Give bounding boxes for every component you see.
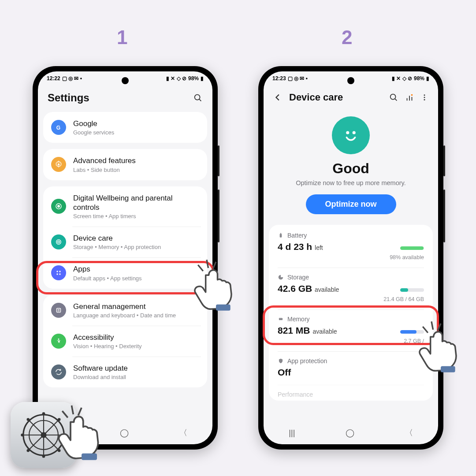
- google-icon: G: [51, 120, 66, 135]
- back-icon[interactable]: [273, 93, 283, 102]
- screen-2: 12:23 ▢ ◎ ✉ • ▮ ✕ ◇ ⊘ 98%▮ Device care G…: [264, 71, 438, 444]
- nav-back[interactable]: 〈: [179, 428, 187, 438]
- svg-line-17: [395, 99, 397, 100]
- phone-frame-1: 12:22 ▢ ◎ ✉ • ▮ ✕ ◇ ⊘ 98%▮ Settings G Go…: [33, 66, 218, 450]
- unit: available: [312, 328, 337, 335]
- settings-row-advanced[interactable]: Advanced features Labs • Side button: [43, 149, 207, 180]
- value: 42.6 GB: [278, 283, 312, 294]
- label: Storage: [287, 274, 309, 281]
- svg-point-51: [27, 418, 30, 421]
- nav-back[interactable]: 〈: [405, 428, 413, 438]
- smiley-icon: [332, 116, 370, 154]
- update-icon: [51, 364, 66, 379]
- settings-row-general[interactable]: General management Language and keyboard…: [43, 295, 207, 326]
- row-title: General management: [73, 302, 199, 311]
- search-icon[interactable]: [389, 93, 398, 102]
- row-sub: Labs • Side button: [73, 167, 199, 173]
- row-sub: Google services: [73, 129, 199, 136]
- storage-icon: [278, 274, 284, 280]
- row-sub: Vision • Hearing • Dexterity: [73, 343, 199, 350]
- svg-point-21: [411, 94, 413, 96]
- svg-point-53: [27, 449, 30, 452]
- memory-icon: [278, 316, 284, 322]
- hero-section: Good Optimize now to free up more memory…: [264, 111, 438, 225]
- row-title: Google: [73, 119, 199, 128]
- row-title: Advanced features: [73, 156, 199, 165]
- nav-bar: ||| ◯ 〈: [264, 425, 438, 441]
- apps-icon: [51, 265, 66, 280]
- svg-point-16: [390, 94, 396, 100]
- devicecare-performance[interactable]: Performance: [269, 385, 433, 400]
- nav-home[interactable]: ◯: [120, 428, 129, 438]
- row-sub: Download and install: [73, 374, 199, 380]
- page-title: Device care: [289, 92, 383, 103]
- svg-point-50: [63, 434, 67, 437]
- svg-point-15: [58, 338, 60, 340]
- svg-point-52: [58, 418, 61, 421]
- right-text: 98% available: [390, 254, 424, 260]
- svg-point-25: [347, 132, 349, 134]
- label: App protection: [287, 357, 327, 364]
- battery-icon: [278, 232, 284, 238]
- status-bar: 12:22 ▢ ◎ ✉ • ▮ ✕ ◇ ⊘ 98%▮: [38, 71, 212, 86]
- svg-rect-36: [216, 305, 231, 311]
- settings-row-accessibility[interactable]: Accessibility Vision • Hearing • Dexteri…: [43, 326, 207, 357]
- hero-status: Good: [272, 160, 429, 177]
- value: 821 MB: [278, 325, 310, 335]
- right-text: 21.4 GB / 64 GB: [383, 296, 424, 302]
- svg-point-49: [21, 434, 24, 437]
- status-time: 12:22: [47, 75, 60, 82]
- value: Off: [278, 367, 291, 378]
- svg-point-24: [424, 99, 425, 100]
- chart-icon[interactable]: [405, 93, 414, 102]
- svg-point-10: [56, 274, 58, 275]
- unit: available: [315, 286, 339, 293]
- step-number-1: 1: [117, 26, 127, 48]
- general-icon: [51, 303, 66, 318]
- svg-point-22: [424, 94, 425, 96]
- more-icon[interactable]: [420, 93, 428, 102]
- row-title: Apps: [73, 264, 199, 274]
- step-number-2: 2: [342, 26, 352, 48]
- devicecare-icon: [51, 234, 66, 249]
- label: Battery: [287, 232, 307, 239]
- row-sub: Storage • Memory • App protection: [73, 244, 199, 250]
- nav-recents[interactable]: |||: [289, 428, 295, 438]
- devicecare-storage[interactable]: Storage 42.6 GB available 21.4 GB / 64 G…: [269, 268, 433, 309]
- nav-home[interactable]: ◯: [346, 428, 354, 438]
- svg-point-5: [58, 205, 60, 208]
- svg-rect-28: [280, 233, 281, 234]
- label: Memory: [287, 316, 310, 323]
- svg-point-11: [59, 274, 60, 275]
- devicecare-memory[interactable]: Memory 821 MB available 2.7 GB /: [269, 309, 433, 351]
- settings-row-google[interactable]: G Google Google services: [43, 112, 207, 143]
- status-time: 12:23: [272, 75, 286, 82]
- svg-point-7: [58, 241, 60, 243]
- settings-app-icon[interactable]: [11, 402, 77, 468]
- svg-point-3: [58, 164, 60, 166]
- status-battery: 98%: [188, 75, 199, 82]
- svg-text:G: G: [56, 125, 60, 131]
- svg-point-48: [42, 455, 45, 458]
- svg-point-26: [353, 132, 355, 134]
- svg-point-6: [56, 240, 61, 245]
- search-icon[interactable]: [193, 93, 203, 103]
- settings-row-wellbeing[interactable]: Digital Wellbeing and parental controls …: [43, 186, 207, 227]
- row-title: Software update: [73, 364, 199, 373]
- optimize-button[interactable]: Optimize now: [306, 194, 396, 214]
- devicecare-appprotection[interactable]: App protection Off: [269, 351, 433, 385]
- right-text: 2.7 GB /: [400, 338, 424, 344]
- row-sub: Language and keyboard • Date and time: [73, 312, 199, 319]
- settings-row-update[interactable]: Software update Download and install: [43, 357, 207, 387]
- settings-row-devicecare[interactable]: Device care Storage • Memory • App prote…: [43, 227, 207, 257]
- svg-point-8: [56, 271, 58, 272]
- status-bar: 12:23 ▢ ◎ ✉ • ▮ ✕ ◇ ⊘ 98%▮: [264, 71, 438, 86]
- settings-row-apps[interactable]: Apps Default apps • App settings: [43, 257, 207, 288]
- row-title: Digital Wellbeing and parental controls: [73, 193, 199, 212]
- devicecare-battery[interactable]: Battery 4 d 23 h left 98% available: [269, 226, 433, 268]
- page-title: Settings: [48, 92, 187, 104]
- value: 4 d 23 h: [278, 242, 312, 252]
- svg-rect-29: [279, 318, 283, 320]
- wellbeing-icon: [51, 199, 66, 214]
- status-battery: 98%: [414, 75, 424, 82]
